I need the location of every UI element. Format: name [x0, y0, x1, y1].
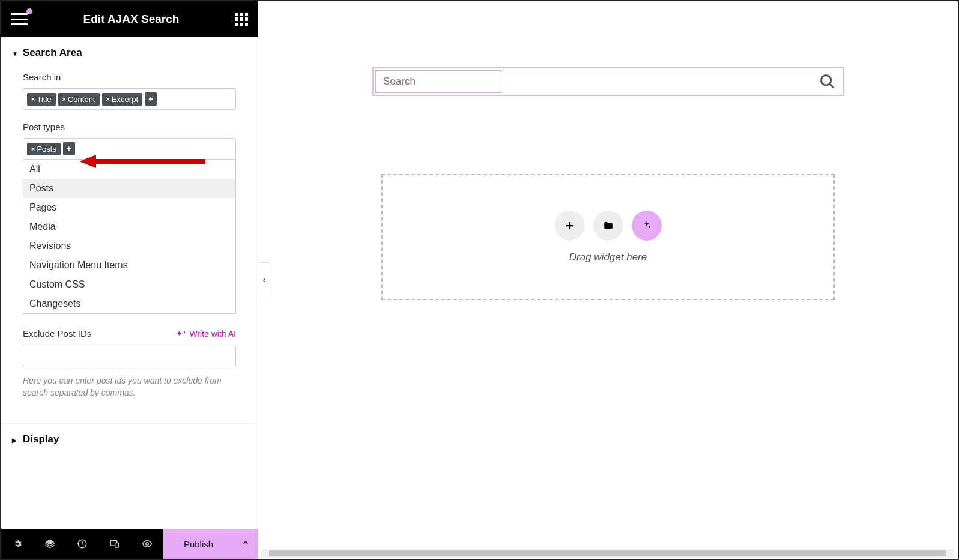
remove-tag-icon[interactable]: ×	[106, 95, 110, 103]
widget-drop-zone[interactable]: Drag widget here	[381, 174, 835, 300]
gear-icon	[12, 538, 23, 549]
plus-icon	[564, 220, 575, 231]
caret-right-icon	[12, 433, 17, 445]
add-template-button[interactable]	[593, 211, 623, 241]
add-post-type-button[interactable]: +	[63, 142, 75, 155]
write-with-ai-button[interactable]: ✦⁺ Write with AI	[176, 329, 236, 339]
svg-point-2	[146, 543, 149, 546]
exclude-label-row: Exclude Post IDs ✦⁺ Write with AI	[23, 328, 236, 339]
widgets-grid-button[interactable]	[235, 13, 248, 26]
post-types-dropdown[interactable]: All Posts Pages Media Revisions Navigati…	[23, 160, 236, 314]
responsive-icon	[109, 538, 120, 549]
canvas-inner: Drag widget here	[258, 67, 958, 312]
tag-posts[interactable]: ×Posts	[27, 143, 61, 155]
dropdown-option-nav-menu-items[interactable]: Navigation Menu Items	[23, 256, 235, 275]
ajax-search-widget[interactable]	[372, 67, 844, 96]
bottom-icons	[1, 529, 163, 559]
caret-down-icon	[12, 47, 18, 59]
search-icon	[819, 73, 836, 90]
chevron-up-icon	[241, 538, 250, 547]
post-types-label: Post types	[23, 122, 236, 132]
tag-title[interactable]: ×Title	[27, 93, 56, 106]
sparkle-icon: ✦⁺	[176, 329, 187, 338]
editor-canvas[interactable]: Drag widget here	[258, 1, 958, 559]
dropdown-option-posts[interactable]: Posts	[23, 179, 235, 198]
add-widget-button[interactable]	[555, 211, 585, 241]
add-ai-button[interactable]	[632, 211, 662, 241]
settings-button[interactable]	[1, 529, 34, 559]
search-input[interactable]	[375, 70, 501, 93]
section-search-area[interactable]: Search Area	[1, 37, 258, 66]
section-title: Display	[23, 433, 59, 445]
chevron-left-icon	[261, 276, 267, 285]
responsive-button[interactable]	[98, 529, 131, 559]
exclude-help-text: Here you can enter post ids you want to …	[23, 375, 236, 399]
notification-dot-icon	[26, 8, 32, 14]
history-button[interactable]	[66, 529, 98, 559]
publish-button[interactable]: Publish	[163, 539, 234, 549]
sparkle-icon	[641, 220, 652, 231]
remove-tag-icon[interactable]: ×	[31, 95, 35, 103]
remove-tag-icon[interactable]: ×	[62, 95, 66, 103]
hamburger-menu-button[interactable]	[11, 13, 28, 25]
post-types-tag-input[interactable]: ×Posts +	[23, 138, 236, 160]
control-search-in: Search in ×Title ×Content ×Excerpt +	[1, 66, 258, 116]
remove-tag-icon[interactable]: ×	[31, 145, 35, 152]
section-title: Search Area	[23, 47, 82, 59]
layers-icon	[44, 538, 55, 549]
dropdown-option-custom-css[interactable]: Custom CSS	[23, 275, 235, 294]
scrollbar-thumb[interactable]	[269, 550, 946, 556]
horizontal-scrollbar[interactable]	[261, 549, 954, 558]
tag-content[interactable]: ×Content	[58, 93, 100, 106]
navigator-button[interactable]	[34, 529, 66, 559]
drop-zone-buttons	[555, 211, 662, 241]
eye-icon	[142, 538, 153, 549]
dropdown-option-changesets[interactable]: Changesets	[23, 294, 235, 313]
sidebar-header: Edit AJAX Search	[1, 1, 258, 37]
app-root: Edit AJAX Search Search Area Search in ×…	[0, 0, 959, 560]
publish-area: Publish	[163, 529, 258, 559]
dropdown-option-media[interactable]: Media	[23, 217, 235, 236]
control-exclude-ids: Exclude Post IDs ✦⁺ Write with AI Here y…	[1, 322, 258, 405]
exclude-label: Exclude Post IDs	[23, 328, 91, 339]
svg-rect-1	[115, 543, 119, 548]
svg-point-3	[821, 76, 831, 85]
section-display-wrapper: Display	[1, 423, 258, 453]
add-tag-button[interactable]: +	[145, 92, 157, 106]
dropdown-option-all[interactable]: All	[23, 160, 235, 179]
editor-sidebar: Edit AJAX Search Search Area Search in ×…	[1, 1, 258, 559]
folder-icon	[603, 220, 614, 231]
preview-button[interactable]	[131, 529, 163, 559]
panel-title: Edit AJAX Search	[83, 13, 180, 26]
bottom-bar: Publish	[1, 529, 258, 559]
exclude-ids-input[interactable]	[23, 345, 236, 367]
search-in-label: Search in	[23, 72, 236, 82]
dropdown-option-revisions[interactable]: Revisions	[23, 236, 235, 256]
drop-zone-text: Drag widget here	[569, 251, 647, 263]
history-icon	[77, 538, 88, 549]
publish-options-button[interactable]	[234, 538, 258, 549]
collapse-sidebar-button[interactable]	[258, 262, 270, 298]
dropdown-option-pages[interactable]: Pages	[23, 198, 235, 217]
section-display[interactable]: Display	[1, 424, 258, 453]
tag-excerpt[interactable]: ×Excerpt	[102, 93, 143, 106]
panel-body: Search Area Search in ×Title ×Content ×E…	[1, 37, 258, 529]
control-post-types: Post types ×Posts + All Posts Pages Medi…	[1, 116, 258, 314]
search-in-tag-input[interactable]: ×Title ×Content ×Excerpt +	[23, 88, 236, 110]
